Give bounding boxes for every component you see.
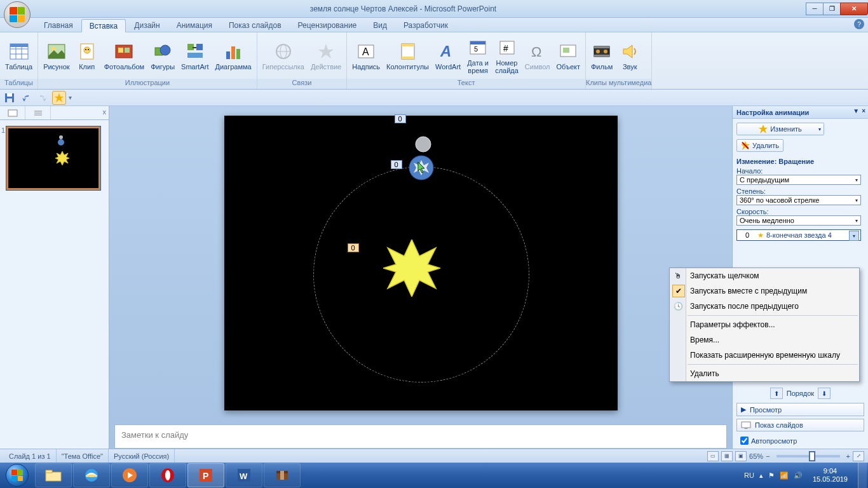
zoom-level[interactable]: 65% — [749, 452, 763, 460]
ribbon-group-illustrations: Рисунок Клип Фотоальбом Фигуры SmartArt … — [38, 32, 257, 89]
sound-button[interactable]: Звук — [616, 40, 643, 72]
earth-shape[interactable]: 0 — [409, 155, 434, 180]
movie-button[interactable]: Фильм — [588, 40, 615, 72]
sorter-view-button[interactable]: ▦ — [721, 451, 733, 461]
status-slide-info[interactable]: Слайд 1 из 1 — [4, 449, 57, 463]
tab-review[interactable]: Рецензирование — [290, 18, 365, 32]
start-button[interactable] — [0, 463, 34, 488]
object-button[interactable]: Объект — [554, 40, 583, 72]
slideshow-view-button[interactable]: ▣ — [735, 451, 747, 461]
slide-thumbnail-1[interactable]: 1 — [6, 126, 102, 190]
slide-canvas[interactable]: 0 0 0 — [224, 116, 618, 410]
tab-slideshow[interactable]: Показ слайдов — [220, 18, 290, 32]
animation-tag-earth[interactable]: 0 — [391, 160, 402, 169]
clip-button[interactable]: Клип — [74, 40, 100, 72]
task-opera[interactable] — [149, 463, 186, 487]
task-explorer[interactable] — [35, 463, 72, 487]
effect-context-menu: 🖱Запускать щелчком ✔Запускать вместе с п… — [669, 268, 860, 382]
table-button[interactable]: Таблица — [3, 40, 35, 72]
svg-rect-39 — [563, 48, 569, 53]
order-label: Порядок — [787, 390, 814, 397]
tray-clock[interactable]: 9:04 15.05.2019 — [808, 467, 853, 484]
normal-view-button[interactable]: ▭ — [707, 451, 719, 461]
slideshow-button[interactable]: Показ слайдов — [736, 419, 864, 431]
menu-start-with-prev[interactable]: ✔Запускать вместе с предыдущим — [670, 283, 859, 299]
menu-remove[interactable]: Удалить — [670, 366, 859, 381]
wordart-button[interactable]: AWordArt — [433, 40, 463, 72]
save-button[interactable] — [3, 91, 17, 105]
photoalbum-button[interactable]: Фотоальбом — [102, 40, 147, 72]
menu-effect-options[interactable]: Параметры эффектов... — [670, 317, 859, 332]
redo-button[interactable] — [36, 91, 50, 105]
tab-view[interactable]: Вид — [365, 18, 395, 32]
menu-timing[interactable]: Время... — [670, 332, 859, 348]
animation-tag-sun[interactable]: 0 — [348, 243, 359, 252]
animation-tag-moon[interactable]: 0 — [395, 114, 406, 123]
qat-customize-icon[interactable]: ▾ — [69, 94, 72, 101]
svg-rect-19 — [226, 51, 230, 59]
restore-button[interactable]: ❐ — [823, 3, 841, 15]
slides-tab-thumbnails[interactable] — [0, 106, 25, 119]
zoom-in-button[interactable]: + — [846, 452, 850, 460]
status-language[interactable]: Русский (Россия) — [109, 449, 175, 463]
show-desktop-button[interactable] — [858, 463, 867, 488]
menu-start-after-prev[interactable]: 🕓Запускать после предыдущего — [670, 299, 859, 314]
zoom-slider[interactable] — [776, 455, 840, 458]
svg-rect-65 — [46, 470, 52, 473]
datetime-button[interactable]: 5Дата и время — [465, 36, 491, 76]
tab-animation[interactable]: Анимация — [168, 18, 220, 32]
pane-menu-icon[interactable]: ▼ — [853, 107, 859, 114]
smartart-button[interactable]: SmartArt — [179, 40, 211, 72]
task-winrar[interactable] — [264, 463, 301, 487]
minimize-button[interactable]: ─ — [806, 3, 824, 15]
tab-developer[interactable]: Разработчик — [395, 18, 456, 32]
moon-shape[interactable]: 0 — [415, 136, 431, 152]
remove-effect-button[interactable]: Удалить — [736, 139, 783, 152]
amount-dropdown[interactable]: 360° по часовой стрелке — [736, 195, 861, 205]
tray-network-icon[interactable]: 📶 — [780, 471, 789, 480]
fit-to-window-button[interactable]: ⤢ — [853, 451, 864, 461]
tray-show-hidden-icon[interactable]: ▴ — [759, 471, 763, 480]
auto-preview-checkbox[interactable]: Автопросмотр — [736, 434, 864, 445]
tab-insert[interactable]: Вставка — [81, 19, 126, 32]
menu-show-timeline[interactable]: Показать расширенную временную шкалу — [670, 348, 859, 363]
effect-list-item[interactable]: 0 ★ 8-конечная звезда 4 — [736, 229, 861, 241]
tab-home[interactable]: Главная — [36, 18, 81, 32]
task-media-player[interactable] — [111, 463, 148, 487]
textbox-button[interactable]: AНадпись — [349, 40, 383, 72]
slidenumber-button[interactable]: #Номер слайда — [492, 36, 521, 76]
zoom-out-button[interactable]: − — [766, 452, 770, 460]
help-button[interactable]: ? — [854, 19, 864, 29]
svg-rect-46 — [7, 93, 12, 97]
office-button[interactable] — [4, 1, 34, 32]
reorder-up-button[interactable]: ⬆ — [770, 388, 783, 399]
animation-pane-toggle[interactable] — [52, 91, 66, 105]
speed-dropdown[interactable]: Очень медленно — [736, 215, 861, 226]
picture-button[interactable]: Рисунок — [41, 40, 72, 72]
play-button[interactable]: ▶Просмотр — [736, 403, 864, 416]
slides-panel-close[interactable]: x — [103, 108, 107, 116]
undo-button[interactable] — [19, 91, 33, 105]
task-word[interactable]: W — [226, 463, 262, 487]
sun-shape[interactable]: 0 — [383, 240, 440, 297]
tray-volume-icon[interactable]: 🔊 — [794, 471, 803, 480]
pane-close-icon[interactable]: × — [862, 107, 865, 114]
mouse-icon: 🖱 — [672, 271, 684, 280]
chart-button[interactable]: Диаграмма — [213, 40, 254, 72]
status-theme[interactable]: "Тема Office" — [57, 449, 109, 463]
notes-pane[interactable]: Заметки к слайду — [114, 424, 727, 449]
task-powerpoint[interactable]: P — [187, 463, 224, 487]
reorder-down-button[interactable]: ⬇ — [818, 388, 831, 399]
tray-flag-icon[interactable]: ⚑ — [768, 471, 775, 480]
shapes-button[interactable]: Фигуры — [148, 40, 177, 72]
menu-start-on-click[interactable]: 🖱Запускать щелчком — [670, 268, 859, 283]
tray-lang[interactable]: RU — [744, 471, 754, 479]
start-dropdown[interactable]: С предыдущим — [736, 175, 861, 185]
close-button[interactable]: ✕ — [840, 3, 868, 15]
modify-effect-button[interactable]: Изменить — [736, 123, 824, 135]
slides-tab-outline[interactable] — [25, 106, 51, 119]
tab-design[interactable]: Дизайн — [126, 18, 168, 32]
task-ie[interactable] — [73, 463, 110, 487]
headerfooter-button[interactable]: Колонтитулы — [384, 40, 431, 72]
window-title: земля солнце Чертов Алексей - Microsoft … — [0, 4, 806, 13]
